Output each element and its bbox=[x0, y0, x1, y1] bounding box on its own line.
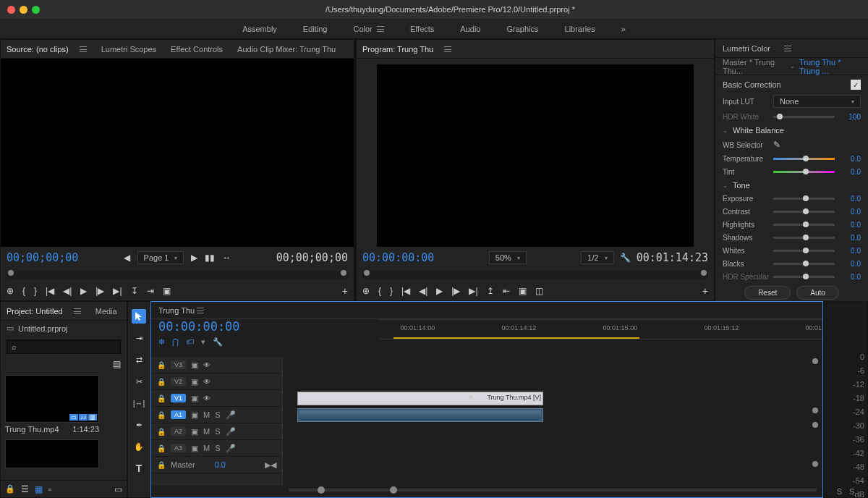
video-clip[interactable]: fxTrung Thu.mp4 [V] bbox=[297, 392, 543, 405]
timeline-track-area[interactable]: fxTrung Thu.mp4 [V] bbox=[283, 357, 822, 486]
mute-button[interactable]: M bbox=[203, 427, 210, 436]
pen-tool[interactable]: ✒ bbox=[132, 418, 146, 432]
track-master[interactable] bbox=[283, 457, 822, 473]
icon-view-icon[interactable]: ▦ bbox=[35, 484, 43, 494]
play-icon[interactable]: ▶ bbox=[436, 286, 443, 296]
sync-lock-icon[interactable]: ▣ bbox=[191, 444, 198, 453]
tab-source[interactable]: Source: (no clips) bbox=[7, 45, 87, 54]
sync-lock-icon[interactable]: ▣ bbox=[191, 394, 198, 403]
snap-icon[interactable]: ❄ bbox=[158, 337, 165, 347]
track-tag[interactable]: V1 bbox=[171, 394, 186, 402]
hdr-white-slider[interactable] bbox=[773, 116, 835, 118]
lock-icon[interactable]: 🔒 bbox=[157, 461, 166, 469]
button-editor-icon[interactable]: + bbox=[702, 285, 708, 297]
solo-button[interactable]: S bbox=[215, 410, 220, 419]
panel-menu-icon[interactable] bbox=[197, 308, 204, 313]
tab-lumetri-scopes[interactable]: Lumetri Scopes bbox=[101, 45, 156, 54]
eye-icon[interactable]: 👁 bbox=[203, 394, 210, 402]
wrench-icon[interactable]: 🔧 bbox=[213, 337, 223, 347]
add-marker-icon[interactable]: ⊕ bbox=[7, 286, 14, 296]
solo-left-button[interactable]: S bbox=[837, 487, 842, 496]
track-tag[interactable]: A3 bbox=[171, 444, 186, 452]
track-v1[interactable]: fxTrung Thu.mp4 [V] bbox=[283, 390, 822, 407]
track-a2[interactable] bbox=[283, 423, 822, 440]
collapse-icon[interactable]: ▶◀ bbox=[265, 460, 276, 470]
disclose-icon[interactable]: ⌄ bbox=[723, 182, 728, 189]
razor-tool[interactable]: ✂ bbox=[132, 374, 146, 389]
hand-tool[interactable]: ✋ bbox=[132, 439, 146, 454]
voice-over-icon[interactable]: 🎤 bbox=[226, 410, 236, 420]
track-select-tool[interactable]: ⇥ bbox=[132, 331, 146, 345]
extract-icon[interactable]: ⇤ bbox=[503, 286, 510, 296]
ripple-edit-tool[interactable]: ⇄ bbox=[132, 353, 146, 367]
step-back-icon[interactable]: ◀| bbox=[419, 286, 427, 296]
track-a1[interactable] bbox=[283, 407, 822, 423]
new-bin-icon[interactable]: ▭ bbox=[114, 484, 122, 494]
voice-over-icon[interactable]: 🎤 bbox=[226, 427, 236, 436]
linked-selection-icon[interactable]: ⋂ bbox=[172, 337, 179, 347]
sequence-tab[interactable]: Trung Thu bbox=[158, 306, 204, 315]
comparison-icon[interactable]: ◫ bbox=[535, 286, 543, 296]
step-fwd-icon[interactable]: |▶ bbox=[451, 286, 460, 296]
workspace-color[interactable]: Color bbox=[353, 25, 383, 33]
program-scrubber[interactable] bbox=[362, 271, 708, 279]
button-editor-icon[interactable]: + bbox=[342, 285, 348, 297]
bracket-icon[interactable]: ↔ bbox=[222, 253, 231, 263]
tone-title[interactable]: Tone bbox=[733, 181, 750, 190]
mute-button[interactable]: M bbox=[203, 444, 210, 452]
minimize-window-button[interactable] bbox=[20, 6, 27, 14]
lock-icon[interactable]: 🔒 bbox=[157, 394, 166, 402]
highlights-slider[interactable] bbox=[773, 224, 835, 226]
step-fwd-icon[interactable]: |▶ bbox=[95, 286, 104, 296]
go-in-icon[interactable]: |◀ bbox=[401, 286, 410, 296]
go-out-icon[interactable]: ▶| bbox=[113, 286, 122, 296]
program-timecode[interactable]: 00:00:00:00 bbox=[362, 253, 434, 263]
insert-icon[interactable]: ↧ bbox=[131, 286, 138, 296]
add-marker-icon[interactable]: 🏷 bbox=[186, 337, 194, 347]
track-tag[interactable]: A2 bbox=[171, 427, 186, 436]
page-prev-icon[interactable]: ◀ bbox=[124, 253, 130, 263]
lock-icon[interactable]: 🔒 bbox=[157, 411, 166, 419]
voice-over-icon[interactable]: 🎤 bbox=[226, 444, 236, 453]
workspace-editing[interactable]: Editing bbox=[303, 25, 328, 33]
whites-value[interactable]: 0.0 bbox=[839, 247, 861, 255]
clip-thumbnail[interactable]: ▭♪♪▥ bbox=[5, 375, 99, 423]
settings-wrench-icon[interactable]: 🔧 bbox=[620, 253, 631, 263]
solo-button[interactable]: S bbox=[215, 427, 220, 436]
hdr-specular-value[interactable]: 0.0 bbox=[839, 273, 861, 281]
export-frame-icon[interactable]: ▣ bbox=[519, 286, 527, 296]
work-area-bar[interactable] bbox=[393, 337, 639, 339]
timeline-zoom-bar[interactable] bbox=[289, 489, 817, 496]
resolution-dropdown[interactable]: 1/2▾ bbox=[581, 251, 613, 264]
track-header-v1[interactable]: 🔒V1▣👁 bbox=[151, 390, 282, 407]
list-view-icon[interactable]: ☰ bbox=[21, 484, 29, 494]
track-header-a1[interactable]: 🔒A1▣MS🎤 bbox=[151, 407, 282, 423]
lock-icon[interactable]: 🔒 bbox=[157, 444, 166, 452]
lift-icon[interactable]: ↥ bbox=[487, 286, 494, 296]
track-vertical-scroll[interactable] bbox=[812, 358, 818, 484]
source-scrubber[interactable] bbox=[7, 271, 348, 279]
selection-tool[interactable] bbox=[132, 309, 146, 324]
eye-icon[interactable]: 👁 bbox=[203, 378, 210, 386]
hdr-specular-slider[interactable] bbox=[773, 276, 835, 278]
disclose-icon[interactable]: ⌄ bbox=[723, 127, 728, 134]
go-out-icon[interactable]: ▶| bbox=[469, 286, 477, 296]
clip-thumbnail[interactable] bbox=[5, 439, 99, 468]
contrast-value[interactable]: 0.0 bbox=[839, 208, 861, 216]
step-back-icon[interactable]: ◀| bbox=[63, 286, 72, 296]
mark-out-icon[interactable]: } bbox=[390, 286, 393, 296]
track-header-v3[interactable]: 🔒V3▣👁 bbox=[151, 357, 282, 374]
page-dropdown[interactable]: Page 1▾ bbox=[137, 251, 184, 264]
workspace-libraries[interactable]: Libraries bbox=[565, 25, 595, 33]
temperature-slider[interactable] bbox=[773, 158, 835, 160]
tint-value[interactable]: 0.0 bbox=[839, 168, 861, 176]
lock-icon[interactable]: 🔒 bbox=[157, 361, 166, 369]
lock-icon[interactable]: 🔒 bbox=[157, 428, 166, 436]
export-frame-icon[interactable]: ▣ bbox=[163, 286, 171, 296]
mark-in-icon[interactable]: { bbox=[22, 286, 25, 296]
play-icon[interactable]: ▶ bbox=[80, 286, 87, 296]
timeline-ruler[interactable]: 00:01:14:00 00:01:14:12 00:01:15:00 00:0… bbox=[379, 319, 822, 339]
sync-lock-icon[interactable]: ▣ bbox=[191, 427, 198, 436]
audio-clip[interactable] bbox=[297, 408, 543, 422]
track-header-v2[interactable]: 🔒V2▣👁 bbox=[151, 374, 282, 390]
